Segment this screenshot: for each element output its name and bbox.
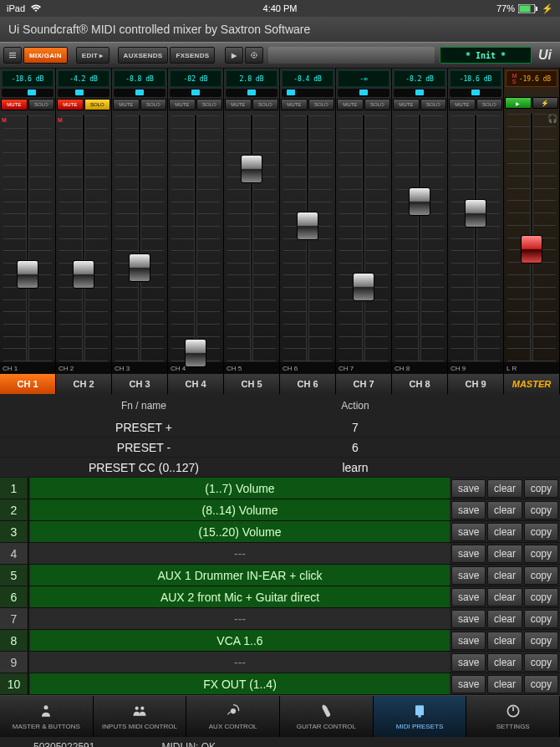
edit-button[interactable]: EDIT▸ [76, 47, 109, 64]
solo-button[interactable]: SOLO [84, 99, 111, 110]
clear-button[interactable]: clear [487, 675, 522, 693]
auxsends-button[interactable]: AUXSENDS [118, 47, 169, 64]
pan-control[interactable] [114, 89, 165, 97]
bottom-tab-settings[interactable]: SETTINGS [466, 696, 560, 737]
preset-control-row[interactable]: PRESET +7 [0, 417, 560, 437]
bottom-tab-master-buttons[interactable]: MASTER & BUTTONS [0, 696, 94, 737]
mute-button[interactable]: MUTE [281, 99, 308, 110]
preset-desc[interactable]: --- [30, 543, 450, 564]
copy-button[interactable]: copy [524, 566, 558, 585]
preset-desc[interactable]: AUX 2 front Mic + Guitar direct [30, 586, 450, 607]
mute-button[interactable]: MUTE [169, 99, 196, 110]
solo-button[interactable]: SOLO [252, 99, 279, 110]
solo-button[interactable]: SOLO [28, 99, 55, 110]
mute-button[interactable]: MUTE [449, 99, 476, 110]
channel-tab-2[interactable]: CH 2 [56, 374, 112, 394]
preset-desc[interactable]: VCA 1..6 [30, 630, 450, 651]
solo-button[interactable]: SOLO [196, 99, 223, 110]
preset-number[interactable]: 4 [0, 543, 28, 564]
channel-tab-7[interactable]: CH 7 [336, 374, 392, 394]
copy-button[interactable]: copy [524, 479, 558, 498]
copy-button[interactable]: copy [524, 610, 558, 628]
hamburger-icon[interactable] [3, 47, 22, 64]
preset-number[interactable]: 7 [0, 608, 28, 629]
clear-button[interactable]: clear [487, 566, 522, 585]
clear-button[interactable]: clear [487, 632, 522, 650]
preset-number[interactable]: 3 [0, 521, 28, 542]
mute-button[interactable]: MUTE [113, 99, 140, 110]
bottom-tab-aux-control[interactable]: AUX CONTROL [186, 696, 280, 737]
mix-gain-button[interactable]: MIX/GAIN [23, 47, 68, 64]
master-aux-button[interactable]: ⚡ [532, 97, 559, 109]
clear-button[interactable]: clear [487, 653, 522, 672]
preset-desc[interactable]: (15..20) Volume [30, 521, 450, 542]
save-button[interactable]: save [451, 566, 486, 585]
save-button[interactable]: save [451, 632, 486, 650]
save-button[interactable]: save [451, 501, 486, 519]
save-button[interactable]: save [451, 610, 486, 628]
master-play-button[interactable]: ▶ [505, 97, 532, 109]
pan-control[interactable] [226, 89, 277, 97]
copy-button[interactable]: copy [524, 653, 558, 672]
copy-button[interactable]: copy [524, 523, 558, 541]
mute-button[interactable]: MUTE [57, 99, 84, 110]
preset-number[interactable]: 5 [0, 565, 28, 586]
solo-button[interactable]: SOLO [308, 99, 335, 110]
save-button[interactable]: save [451, 653, 486, 672]
pan-control[interactable] [450, 89, 501, 97]
fader[interactable] [280, 115, 335, 361]
save-button[interactable]: save [451, 588, 486, 606]
preset-desc[interactable]: (8..14) Volume [30, 499, 450, 520]
channel-tab-8[interactable]: CH 8 [392, 374, 448, 394]
save-button[interactable]: save [451, 545, 486, 563]
fader[interactable] [224, 115, 279, 361]
channel-tab-4[interactable]: CH 4 [168, 374, 224, 394]
clear-button[interactable]: clear [487, 545, 522, 563]
solo-button[interactable]: SOLO [140, 99, 167, 110]
preset-desc[interactable]: --- [30, 652, 450, 673]
clear-button[interactable]: clear [487, 588, 522, 606]
pan-control[interactable] [170, 89, 221, 97]
copy-button[interactable]: copy [524, 675, 558, 693]
fader[interactable]: M [56, 115, 111, 361]
preset-number[interactable]: 6 [0, 586, 28, 607]
preset-number[interactable]: 10 [0, 673, 28, 694]
master-fader[interactable]: 🎧 [504, 114, 559, 361]
pan-control[interactable] [282, 89, 333, 97]
channel-tab-9[interactable]: CH 9 [448, 374, 504, 394]
save-button[interactable]: save [451, 523, 486, 541]
save-button[interactable]: save [451, 479, 486, 498]
fader[interactable] [448, 115, 503, 361]
mute-button[interactable]: MUTE [225, 99, 252, 110]
clear-button[interactable]: clear [487, 523, 522, 541]
preset-desc[interactable]: (1..7) Volume [30, 478, 450, 499]
fader[interactable] [336, 115, 391, 361]
channel-tab-6[interactable]: CH 6 [280, 374, 336, 394]
pan-control[interactable] [58, 89, 109, 97]
solo-button[interactable]: SOLO [420, 99, 447, 110]
bottom-tab-midi-presets[interactable]: MIDI PRESETS [374, 696, 467, 737]
clear-button[interactable]: clear [487, 501, 522, 519]
pan-control[interactable] [2, 89, 53, 97]
channel-tab-3[interactable]: CH 3 [112, 374, 168, 394]
preset-control-row[interactable]: PRESET -6 [0, 437, 560, 458]
preset-display[interactable]: * Init * [440, 47, 532, 64]
fxsends-button[interactable]: FXSENDS [170, 47, 215, 64]
channel-tab-5[interactable]: CH 5 [224, 374, 280, 394]
pan-control[interactable] [338, 89, 389, 97]
fader[interactable] [392, 115, 447, 361]
preset-desc[interactable]: FX OUT (1..4) [30, 673, 450, 694]
preset-number[interactable]: 8 [0, 630, 28, 651]
preset-number[interactable]: 9 [0, 652, 28, 673]
solo-button[interactable]: SOLO [364, 99, 391, 110]
mute-button[interactable]: MUTE [1, 99, 28, 110]
copy-button[interactable]: copy [524, 545, 558, 563]
bottom-tab-inputs-midi-control[interactable]: INPUTS MIDI CONTROL [94, 696, 187, 737]
preset-control-row[interactable]: PRESET CC (0..127)learn [0, 458, 560, 478]
mute-button[interactable]: MUTE [393, 99, 420, 110]
fader[interactable] [112, 115, 167, 361]
fader[interactable] [168, 115, 223, 361]
mute-button[interactable]: MUTE [337, 99, 364, 110]
save-button[interactable]: save [451, 675, 486, 693]
preset-desc[interactable]: --- [30, 608, 450, 629]
